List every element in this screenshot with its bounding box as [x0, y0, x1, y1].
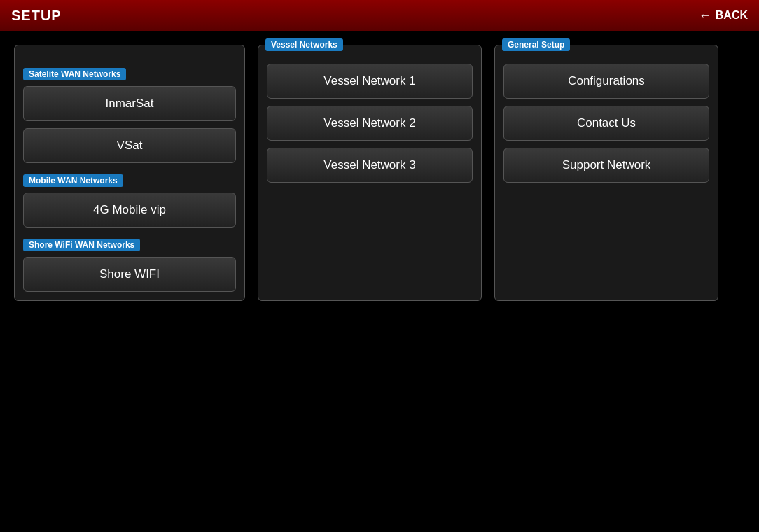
- general-setup-section: Configurations Contact Us Support Networ…: [503, 64, 709, 183]
- main-content: Satelite WAN Networks InmarSat VSat Mobi…: [0, 31, 759, 315]
- shore-wifi-label: Shore WiFi WAN Networks: [23, 239, 140, 251]
- vessel-networks-section: Vessel Network 1 Vessel Network 2 Vessel…: [267, 64, 473, 183]
- middle-panel: Vessel Networks Vessel Network 1 Vessel …: [258, 45, 482, 301]
- mobile-wan-section: Mobile WAN Networks 4G Mobile vip: [23, 170, 236, 227]
- header: SETUP ← BACK: [0, 0, 759, 31]
- mobile-wan-label: Mobile WAN Networks: [23, 174, 123, 187]
- vsat-button[interactable]: VSat: [23, 128, 236, 163]
- vessel-network-1-button[interactable]: Vessel Network 1: [267, 64, 473, 99]
- shore-wifi-button[interactable]: Shore WIFI: [23, 257, 236, 292]
- back-label: BACK: [716, 9, 748, 22]
- inmarsat-button[interactable]: InmarSat: [23, 86, 236, 121]
- back-button[interactable]: ← BACK: [699, 8, 748, 23]
- general-setup-label: General Setup: [502, 38, 570, 51]
- back-arrow-icon: ←: [699, 8, 711, 23]
- vessel-network-3-button[interactable]: Vessel Network 3: [267, 148, 473, 183]
- 4g-mobile-button[interactable]: 4G Mobile vip: [23, 192, 236, 227]
- configurations-button[interactable]: Configurations: [503, 64, 709, 99]
- support-network-button[interactable]: Support Network: [503, 148, 709, 183]
- contact-us-button[interactable]: Contact Us: [503, 106, 709, 141]
- left-panel: Satelite WAN Networks InmarSat VSat Mobi…: [14, 45, 245, 301]
- satellite-wan-label: Satelite WAN Networks: [23, 68, 126, 80]
- vessel-networks-label: Vessel Networks: [265, 38, 343, 51]
- vessel-network-2-button[interactable]: Vessel Network 2: [267, 106, 473, 141]
- page-title: SETUP: [11, 8, 62, 24]
- right-panel: General Setup Configurations Contact Us …: [494, 45, 718, 301]
- shore-wifi-section: Shore WiFi WAN Networks Shore WIFI: [23, 234, 236, 292]
- satellite-wan-section: Satelite WAN Networks InmarSat VSat: [23, 64, 236, 163]
